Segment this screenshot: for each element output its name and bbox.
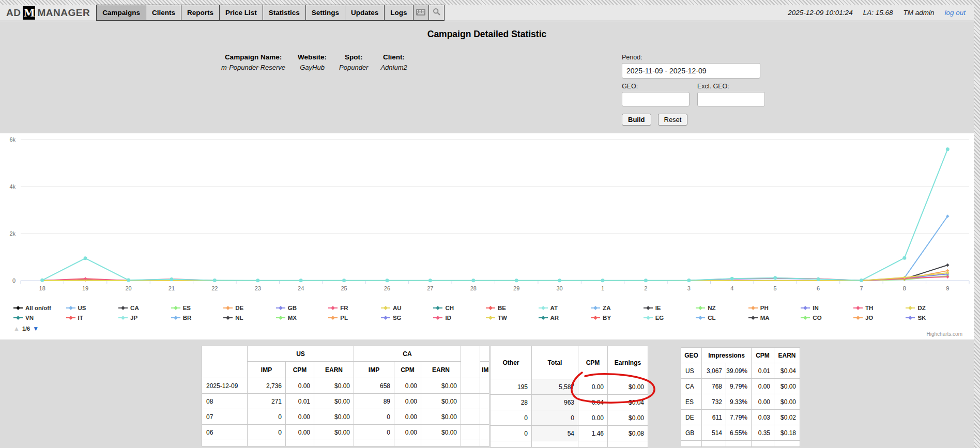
legend-item-th[interactable]: TH — [853, 304, 906, 312]
legend-item-vn[interactable]: VN — [13, 314, 66, 322]
legend-label: SG — [393, 315, 402, 321]
daily-totals-row: 0541.46$0.08 — [491, 426, 648, 441]
legend-item-ie[interactable]: IE — [644, 304, 696, 312]
tab-settings[interactable]: Settings — [306, 5, 345, 21]
legend-item-eg[interactable]: EG — [644, 314, 696, 322]
svg-text:1: 1 — [601, 285, 604, 291]
build-button[interactable]: Build — [622, 114, 651, 126]
legend-item-ca[interactable]: CA — [118, 304, 171, 312]
legend-item-fr[interactable]: FR — [328, 304, 381, 312]
logout-link[interactable]: log out — [944, 9, 966, 17]
legend-item-by[interactable]: BY — [591, 314, 644, 322]
info-field-spot: Spot:Popunder — [339, 53, 368, 71]
info-field-client: Client:Adnium2 — [380, 53, 407, 71]
legend-item-cl[interactable]: CL — [696, 314, 748, 322]
legend-item-pl[interactable]: PL — [328, 314, 381, 322]
logo-text-post: MANAGER — [37, 7, 90, 19]
legend-item-us[interactable]: US — [66, 304, 119, 312]
legend-item-jp[interactable]: JP — [118, 314, 171, 322]
search-icon — [433, 8, 440, 18]
keyboard-button[interactable] — [414, 5, 429, 21]
svg-text:6k: 6k — [9, 136, 16, 143]
legend-item-mx[interactable]: MX — [276, 314, 329, 322]
period-input[interactable] — [622, 63, 760, 79]
legend-label: US — [78, 305, 86, 311]
legend-item-be[interactable]: BE — [486, 304, 539, 312]
tab-reports[interactable]: Reports — [181, 5, 220, 21]
info-value: m-Popunder-Reserve — [221, 64, 285, 71]
legend-item-jo[interactable]: JO — [853, 314, 906, 322]
geo-header: GEO — [681, 348, 702, 363]
daily-totals-row: 289630.04$0.04 — [491, 395, 648, 410]
legend-item-co[interactable]: CO — [801, 314, 853, 322]
table-cell: 611 — [702, 410, 726, 425]
table-cell: 06 — [202, 425, 248, 440]
legend-page-down-icon[interactable]: ▼ — [33, 325, 39, 332]
legend-item-nz[interactable]: NZ — [696, 304, 748, 312]
legend-item-gb[interactable]: GB — [276, 304, 329, 312]
legend-label: MA — [760, 315, 770, 321]
legend-item-in[interactable]: IN — [801, 304, 853, 312]
legend-item-ar[interactable]: AR — [539, 314, 591, 322]
table-cell: $0.00 — [314, 425, 354, 440]
svg-text:5: 5 — [774, 285, 777, 291]
geo-earn-header: EARN — [774, 348, 800, 363]
tab-price-list[interactable]: Price List — [220, 5, 263, 21]
legend-item-de[interactable]: DE — [223, 304, 276, 312]
legend-item-sk[interactable]: SK — [906, 314, 958, 322]
table-cell: 0.00 — [286, 409, 314, 425]
table-cell: 2025-12-09 — [202, 378, 248, 394]
legend-item-za[interactable]: ZA — [591, 304, 644, 312]
table-cell: $0.00 — [421, 409, 461, 425]
table-cell: 7.79% — [726, 410, 752, 425]
legend-item-dz[interactable]: DZ — [906, 304, 958, 312]
legend-item-au[interactable]: AU — [381, 304, 434, 312]
excl-geo-input[interactable] — [697, 92, 765, 106]
legend-label: MX — [288, 315, 297, 321]
table-cell: 0.04 — [578, 395, 608, 410]
svg-text:2: 2 — [644, 285, 647, 291]
legend-item-id[interactable]: ID — [433, 314, 486, 322]
table-cell: 0 — [354, 425, 394, 440]
geo-input[interactable] — [622, 92, 690, 106]
legend-label: SK — [917, 315, 926, 321]
legend-item-nl[interactable]: NL — [223, 314, 276, 322]
table-cell: DE — [681, 410, 702, 425]
daily-total-header: Total — [532, 346, 578, 379]
tab-logs[interactable]: Logs — [385, 5, 413, 21]
legend-item-at[interactable]: AT — [539, 304, 591, 312]
svg-text:4: 4 — [730, 285, 733, 291]
daily-spacer-col — [461, 346, 480, 378]
table-cell — [480, 378, 489, 394]
daily-us-earn-header: EARN — [314, 362, 354, 378]
info-value: Adnium2 — [380, 64, 407, 71]
search-button[interactable] — [429, 5, 445, 21]
tab-campaigns[interactable]: Campaigns — [97, 5, 146, 21]
info-label: Website: — [298, 53, 327, 61]
legend-item-it[interactable]: IT — [66, 314, 119, 322]
svg-text:26: 26 — [384, 285, 390, 291]
reset-button[interactable]: Reset — [658, 114, 688, 126]
legend-item-sg[interactable]: SG — [381, 314, 434, 322]
legend-item-es[interactable]: ES — [171, 304, 224, 312]
legend-item-ma[interactable]: MA — [748, 314, 801, 322]
legend-item-ph[interactable]: PH — [748, 304, 801, 312]
svg-text:29: 29 — [513, 285, 519, 291]
legend-page-up-icon[interactable]: ▲ — [13, 325, 20, 332]
legend-label: BR — [183, 315, 192, 321]
tab-clients[interactable]: Clients — [146, 5, 181, 21]
legend-item-all-on-off[interactable]: All on/off — [13, 304, 66, 312]
tab-updates[interactable]: Updates — [345, 5, 385, 21]
legend-item-tw[interactable]: TW — [486, 314, 539, 322]
legend-item-ch[interactable]: CH — [433, 304, 486, 312]
table-cell: $0.00 — [608, 379, 648, 395]
table-cell: 0 — [491, 426, 532, 441]
table-cell: $0.02 — [774, 410, 800, 425]
tab-statistics[interactable]: Statistics — [263, 5, 306, 21]
info-value: Popunder — [339, 64, 368, 71]
table-cell: 768 — [702, 379, 726, 394]
legend-item-br[interactable]: BR — [171, 314, 224, 322]
table-cell: 0.00 — [394, 378, 421, 394]
daily-ca-earn-header: EARN — [421, 362, 461, 378]
svg-text:21: 21 — [169, 285, 175, 291]
